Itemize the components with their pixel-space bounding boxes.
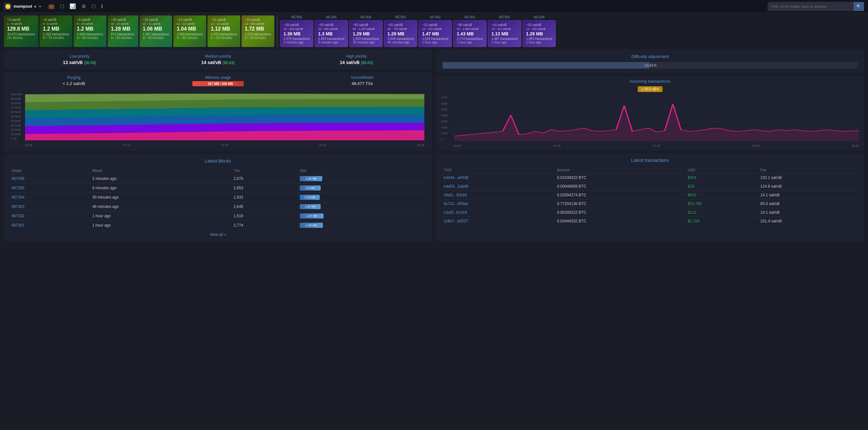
block-height-link[interactable]: 667304 [11,195,25,200]
confirmed-block-667299-num[interactable]: 667299 [523,16,556,19]
block-fee-range: ~3 sat/vB [7,18,35,22]
table-row: 667302 1 hour ago 1,519 1.47 MB [9,211,427,221]
block-size-cell: 1.43 MB [297,221,427,230]
table-row: 1c8e7...b2027 0.03444532 BTC $1,106 101.… [441,217,859,226]
block-divider [277,16,278,47]
mempool-block-6[interactable]: ~13 sat/vB 12 - 14 sat/vB 1.12 MB 2,472 … [208,16,240,47]
view-all-blocks-link[interactable]: View all » [210,232,226,237]
latest-txs-title: Latest transactions [441,158,859,163]
confirmed-block-667305[interactable]: ~93 sat/vB 55 - 955 sat/vB 1.3 MB 2,653 … [314,20,348,47]
tx-id-link[interactable]: eda54...2ab49 [444,184,469,189]
search-input[interactable] [768,4,854,8]
mempool-block-0[interactable]: ~3 sat/vB 1 - 8 sat/vB 129.8 MB 30,471 t… [4,16,38,47]
brand-icon: 🟡 [4,3,11,10]
mempool-block-7[interactable]: ~14 sat/vB 14 - 690 sat/vB 1.72 MB 2,574… [242,16,274,47]
tx-id-cell: 13a5f...b13c8 [441,208,555,217]
difficulty-bar [442,62,650,68]
block-height-link[interactable]: 667301 [11,223,25,228]
confirmed-block-667303[interactable]: ~92 sat/vB 65 - 775 sat/vB 1.29 MB 2,645… [384,20,417,47]
mempool-block-4[interactable]: ~10 sat/vB 10 - 11 sat/vB 1.06 MB 1,597 … [140,16,173,47]
col-fee: Fee [758,167,859,173]
fee-low-value: 13 sat/vB ($0.58) [63,60,96,65]
fee-high-usd: ($0.63) [361,60,373,65]
confirmed-block-667299[interactable]: ~15 sat/vB 14 - 700 sat/vB 1.29 MB 1,953… [523,20,556,47]
nav-icon-chart[interactable]: 📊 [69,3,76,9]
size-bar: 1.47 MB [300,213,323,219]
confirmed-block-667300-num[interactable]: 667300 [488,16,521,19]
tx-amount-cell: 0.00349222 BTC [554,208,685,217]
block-height-link[interactable]: 667306 [11,176,25,181]
tx-fee-cell: 65.5 sat/vB [758,200,859,208]
block-height-link[interactable]: 667305 [11,186,25,190]
mem-bar-fill: 327 MB / 300 MB [192,81,244,86]
block-txs-cell: 2,075 [231,174,297,183]
col-size: Size [297,167,427,174]
block-height-cell: 667302 [9,211,90,221]
table-row: 667306 2 minutes ago 2,075 1.39 MB [9,174,427,183]
tx-amount-cell: 0.00048658 BTC [554,182,685,191]
incoming-title: Incoming transactions [441,79,859,84]
block-txs-cell: 1,933 [231,193,297,202]
block-mined-cell: 9 minutes ago [90,183,231,193]
block-height-cell: 667305 [9,183,90,193]
fee-high: High priority 14 sat/vB ($0.63) [340,54,373,65]
confirmed-block-667303-num[interactable]: 667303 [384,16,417,19]
block-height-cell: 667306 [9,174,90,183]
tx-usd-cell: $1,106 [685,217,758,226]
search-button[interactable]: 🔍 [854,2,864,11]
mem-purging-value: < 1.2 sat/vB [63,81,85,86]
block-fee-range2: 1 - 8 sat/vB [7,22,35,25]
tx-id-link[interactable]: 6c722...659ab [444,201,468,206]
confirmed-block-667304[interactable]: ~92 sat/vB 65 - 1,370 sat/vB 1.29 MB 1,9… [349,20,383,47]
right-panel: Difficulty adjustment -13.41% Incoming t… [436,50,865,241]
fee-high-value: 14 sat/vB ($0.63) [340,60,373,65]
confirmed-block-667301-num[interactable]: 667301 [453,16,487,19]
tx-id-link[interactable]: e444e...a4538 [444,175,469,180]
difficulty-value: -13.41% [644,63,657,67]
table-row: 667301 1 hour ago 2,774 1.43 MB [9,221,427,230]
block-size-cell: 1.29 MB [297,202,427,211]
tx-usd-cell: $334 [685,173,758,182]
nav-icon-network[interactable]: ⬡ [91,3,96,9]
difficulty-bar-container: -13.41% [442,62,858,68]
confirmed-block-667305-num[interactable]: 667305 [314,16,348,19]
mempool-block-2[interactable]: ~9 sat/vB 9 - 10 sat/vB 1.2 MB 1,680 tra… [74,16,106,47]
confirmed-block-667302-num[interactable]: 667302 [418,16,452,19]
nav-icon-monitor[interactable]: 🖥 [81,3,86,9]
table-row: 6c722...659ab 0.77204136 BTC $24,786 65.… [441,200,859,208]
nav-icon-wallet[interactable]: 💼 [48,3,55,9]
mem-unconfirmed: Unconfirmed 48,477 TXs [351,75,373,88]
mempool-block-3[interactable]: ~10 sat/vB 10 - 10 sat/vB 1.28 MB 871 tr… [108,16,138,47]
nav-icon-info[interactable]: ℹ [101,3,103,9]
search-bar: 🔍 [768,2,864,11]
confirmed-block-667302[interactable]: ~13 sat/vB 13 - 241 sat/vB 1.47 MB 1,519… [418,20,452,47]
chart-xaxis: 06:50 07:14 07:38 08:02 08:26 [25,144,425,147]
confirmed-block-667304-num[interactable]: 667304 [349,16,383,19]
brand-dropdown[interactable]: ▼ [38,4,42,8]
block-height-link[interactable]: 667302 [11,214,25,218]
tx-id-link[interactable]: 13a5f...b13c8 [444,210,467,215]
confirmed-block-667306[interactable]: ~28 sat/vB 15 - 623 sat/vB 1.39 MB 2,075… [280,20,314,47]
tx-id-link[interactable]: 1c8e7...b2027 [444,219,468,223]
incoming-widget: Incoming transactions 1,563 vB/s 7000 60… [436,76,865,151]
block-txs-cell: 2,645 [231,202,297,211]
tx-amount-cell: 0.01039322 BTC [554,173,685,182]
view-all-blocks: View all » [9,232,427,237]
main-content: Low priority 13 sat/vB ($0.58) Medium pr… [0,50,868,245]
chart-canvas [25,93,425,140]
block-size-cell: 1.47 MB [297,211,427,221]
mem-unconfirmed-label: Unconfirmed [351,75,373,80]
confirmed-block-667306-num[interactable]: 667306 [280,16,314,19]
tx-id-cell: 34af1...83cb5 [441,191,555,200]
block-height-link[interactable]: 667303 [11,204,25,209]
confirmed-block-667300[interactable]: ~14 sat/vB 13 - 311 sat/vB 1.13 MB 1,887… [488,20,521,47]
mempool-block-5[interactable]: ~12 sat/vB 11 - 12 sat/vB 1.04 MB 2,560 … [173,16,206,47]
incoming-yaxis: 7000 6000 5000 4000 3000 2000 1000 0 [441,96,453,141]
incoming-badge-wrap: 1,563 vB/s [441,86,859,95]
tx-id-cell: 1c8e7...b2027 [441,217,555,226]
nav-icon-nodes[interactable]: ⬡ [60,3,64,9]
mempool-block-1[interactable]: ~8 sat/vB 8 - 9 sat/vB 1.2 MB 1,252 tran… [39,16,72,47]
tx-id-link[interactable]: 34af1...83cb5 [444,193,467,197]
tx-fee-cell: 102.1 sat/vB [758,173,859,182]
confirmed-block-667301[interactable]: ~90 sat/vB 53 - 1,809 sat/vB 1.43 MB 2,7… [453,20,487,47]
